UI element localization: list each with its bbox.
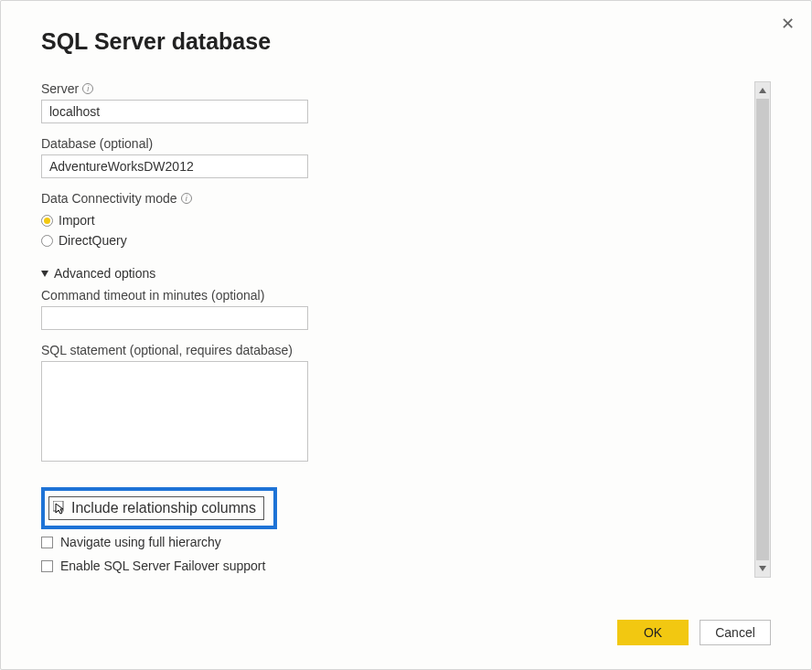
sql-statement-input[interactable] — [41, 361, 308, 462]
connectivity-mode-text: Data Connectivity mode — [41, 191, 177, 206]
connectivity-mode-label: Data Connectivity mode i — [41, 191, 745, 206]
checkbox-unchecked-icon[interactable] — [41, 537, 53, 548]
advanced-options-label: Advanced options — [54, 266, 155, 281]
directquery-radio-label: DirectQuery — [59, 233, 127, 248]
radio-selected-icon[interactable] — [41, 215, 53, 227]
highlighted-option: Include relationship columns — [41, 487, 277, 529]
vertical-scrollbar[interactable] — [754, 81, 771, 578]
server-label: Server i — [41, 81, 745, 96]
server-input[interactable] — [41, 100, 308, 123]
directquery-radio-row[interactable]: DirectQuery — [41, 233, 745, 248]
import-radio-row[interactable]: Import — [41, 213, 745, 228]
scroll-area: Server i Database (optional) Data Connec… — [41, 81, 771, 578]
dialog-title: SQL Server database — [41, 28, 771, 55]
ok-button[interactable]: OK — [617, 620, 689, 645]
checkbox-unchecked-icon[interactable] — [41, 560, 53, 572]
advanced-options-toggle[interactable]: Advanced options — [41, 266, 745, 281]
import-radio-label: Import — [59, 213, 95, 228]
cancel-button[interactable]: Cancel — [700, 620, 771, 645]
include-relationship-label: Include relationship columns — [71, 500, 256, 516]
failover-label: Enable SQL Server Failover support — [60, 558, 265, 573]
caret-down-icon — [41, 271, 48, 277]
failover-checkbox-row[interactable]: Enable SQL Server Failover support — [41, 558, 745, 573]
info-icon[interactable]: i — [181, 193, 192, 204]
sql-server-database-dialog: ✕ SQL Server database Server i Database … — [0, 0, 812, 670]
server-label-text: Server — [41, 81, 79, 96]
database-label: Database (optional) — [41, 136, 745, 151]
timeout-label: Command timeout in minutes (optional) — [41, 288, 745, 303]
include-relationship-checkbox-row[interactable]: Include relationship columns — [48, 496, 264, 520]
navigate-hierarchy-label: Navigate using full hierarchy — [60, 535, 221, 549]
database-input[interactable] — [41, 154, 308, 178]
dialog-footer: OK Cancel — [617, 620, 771, 645]
sql-statement-label: SQL statement (optional, requires databa… — [41, 343, 745, 357]
radio-unselected-icon[interactable] — [41, 235, 53, 247]
close-icon[interactable]: ✕ — [781, 14, 795, 34]
scroll-up-icon[interactable] — [755, 82, 770, 99]
navigate-hierarchy-checkbox-row[interactable]: Navigate using full hierarchy — [41, 535, 745, 549]
cursor-icon — [53, 501, 66, 516]
scroll-down-icon[interactable] — [755, 560, 770, 577]
scroll-thumb[interactable] — [756, 99, 769, 560]
info-icon[interactable]: i — [82, 83, 93, 94]
command-timeout-input[interactable] — [41, 306, 308, 330]
